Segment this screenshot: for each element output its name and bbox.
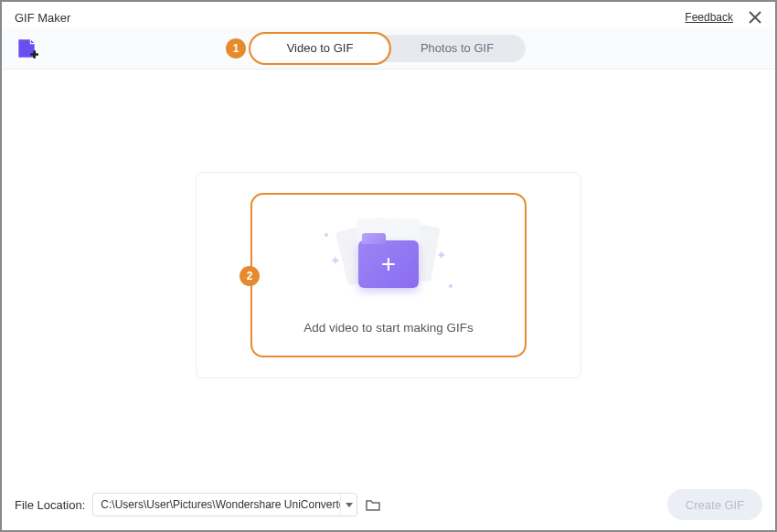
file-location-path: C:\Users\User\Pictures\Wondershare UniCo… (93, 498, 340, 511)
dropzone-text: Add video to start making GIFs (303, 321, 473, 335)
create-gif-label: Create GIF (686, 498, 744, 512)
svg-marker-4 (346, 503, 353, 507)
footer: File Location: C:\Users\User\Pictures\Wo… (2, 479, 775, 530)
tab-photos-to-gif[interactable]: Photos to GIF (388, 35, 526, 62)
file-location-field[interactable]: C:\Users\User\Pictures\Wondershare UniCo… (92, 493, 357, 516)
file-location-dropdown-icon[interactable] (340, 494, 357, 516)
file-location-group: File Location: C:\Users\User\Pictures\Wo… (15, 493, 381, 516)
titlebar-right: Feedback (685, 10, 762, 25)
tab-label: Video to GIF (287, 41, 354, 55)
create-gif-button[interactable]: Create GIF (667, 489, 762, 520)
close-icon[interactable] (748, 10, 762, 25)
file-location-label: File Location: (15, 498, 85, 512)
folder-illustration: ✦✦ + (325, 217, 452, 299)
feedback-link[interactable]: Feedback (685, 11, 733, 24)
drop-card: 2 ✦✦ + Add video to start making GIFs (196, 172, 581, 378)
step-badge-2: 2 (239, 266, 260, 286)
window-title: GIF Maker (15, 11, 70, 25)
tab-video-to-gif[interactable]: Video to GIF 1 (251, 35, 388, 62)
tab-label: Photos to GIF (420, 41, 494, 55)
header: Video to GIF 1 Photos to GIF (2, 27, 775, 69)
open-folder-icon[interactable] (365, 496, 381, 513)
step-badge-1: 1 (226, 38, 246, 59)
add-video-dropzone[interactable]: 2 ✦✦ + Add video to start making GIFs (261, 202, 516, 348)
mode-tabs: Video to GIF 1 Photos to GIF (251, 35, 526, 62)
titlebar: GIF Maker Feedback (2, 2, 775, 27)
folder-plus-icon: + (358, 240, 419, 288)
main-area: 2 ✦✦ + Add video to start making GIFs (2, 71, 775, 479)
app-logo-icon (15, 37, 38, 60)
